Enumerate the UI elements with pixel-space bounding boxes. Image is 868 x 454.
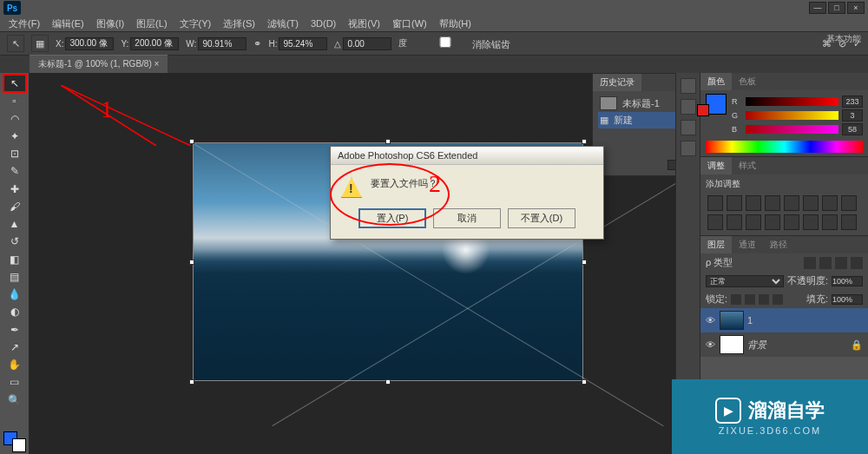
adj-colorbalance-icon[interactable]: [822, 195, 838, 211]
adj-exposure-icon[interactable]: [765, 195, 780, 211]
menu-layer[interactable]: 图层(L): [131, 16, 172, 32]
window-close[interactable]: ×: [847, 2, 865, 14]
adj-threshold-icon[interactable]: [803, 214, 819, 230]
dont-place-button[interactable]: 不置入(D): [508, 208, 575, 228]
adj-curves-icon[interactable]: [746, 195, 761, 211]
eyedropper-tool[interactable]: ✎: [4, 163, 25, 179]
menu-file[interactable]: 文件(F): [3, 16, 45, 32]
adj-lookup-icon[interactable]: [746, 214, 761, 230]
menu-filter[interactable]: 滤镜(T): [262, 16, 304, 32]
move-tool[interactable]: ↖: [4, 76, 25, 91]
angle-input[interactable]: [343, 37, 391, 50]
opacity-input[interactable]: [832, 276, 863, 286]
adj-gradient-icon[interactable]: [822, 214, 838, 230]
pen-tool[interactable]: ✒: [4, 322, 25, 338]
brush-tool[interactable]: 🖌: [4, 199, 25, 214]
menu-edit[interactable]: 编辑(E): [47, 16, 89, 32]
dock-icon-3[interactable]: [681, 120, 696, 135]
layer-name[interactable]: 背景: [747, 339, 766, 352]
styles-tab[interactable]: 样式: [732, 157, 763, 174]
filter-pixel-icon[interactable]: [804, 257, 816, 269]
swatches-tab[interactable]: 色板: [732, 73, 763, 90]
visibility-icon[interactable]: 👁: [706, 315, 716, 326]
lock-all-icon[interactable]: [773, 294, 783, 305]
adj-brightness-icon[interactable]: [707, 195, 723, 211]
menu-select[interactable]: 选择(S): [218, 16, 260, 32]
channels-tab[interactable]: 通道: [732, 236, 763, 253]
reference-point-icon[interactable]: ▦: [31, 35, 49, 52]
blur-tool[interactable]: 💧: [4, 286, 25, 302]
stamp-tool[interactable]: ▲: [4, 216, 25, 232]
zoom-tool[interactable]: [4, 410, 25, 425]
filter-adj-icon[interactable]: [819, 257, 832, 269]
blend-mode-select[interactable]: 正常: [706, 275, 784, 287]
r-slider[interactable]: [746, 97, 838, 106]
adj-channel-icon[interactable]: [727, 214, 742, 230]
adj-poster-icon[interactable]: [784, 214, 799, 230]
menu-view[interactable]: 视图(V): [343, 16, 385, 32]
link-icon[interactable]: ⚭: [253, 38, 261, 49]
layer-background[interactable]: 👁 背景 🔒: [700, 332, 868, 357]
color-spectrum[interactable]: [706, 141, 863, 153]
filter-type-icon[interactable]: [835, 257, 847, 269]
tool-preset-icon[interactable]: ↖: [7, 35, 24, 52]
place-button[interactable]: 置入(P): [358, 208, 426, 228]
menu-type[interactable]: 文字(Y): [174, 16, 217, 32]
marquee-tool[interactable]: ▫: [4, 93, 25, 109]
crop-tool[interactable]: ⊡: [4, 146, 25, 161]
adj-bw-icon[interactable]: [841, 195, 857, 211]
window-maximize[interactable]: □: [828, 2, 845, 14]
adj-selective-icon[interactable]: [841, 214, 857, 230]
adjustments-tab[interactable]: 调整: [700, 157, 732, 174]
adj-hue-icon[interactable]: [803, 195, 819, 211]
color-tab[interactable]: 颜色: [700, 73, 732, 90]
background-swatch[interactable]: [697, 104, 709, 116]
dock-icon-1[interactable]: [681, 78, 696, 94]
paths-tab[interactable]: 路径: [763, 236, 794, 253]
history-brush-tool[interactable]: ↺: [4, 234, 25, 249]
x-input[interactable]: [65, 37, 114, 50]
lock-trans-icon[interactable]: [731, 294, 741, 305]
window-minimize[interactable]: —: [809, 2, 826, 14]
g-slider[interactable]: [746, 111, 838, 120]
b-slider[interactable]: [746, 125, 838, 134]
filter-shape-icon[interactable]: [851, 257, 863, 269]
gradient-tool[interactable]: ▤: [4, 269, 25, 285]
document-tab[interactable]: 未标题-1 @ 100% (1, RGB/8) ×: [30, 55, 168, 73]
layer-thumb[interactable]: [720, 335, 744, 354]
menu-3d[interactable]: 3D(D): [306, 16, 341, 30]
history-snapshot-icon[interactable]: [667, 160, 675, 170]
menu-window[interactable]: 窗口(W): [387, 16, 432, 32]
history-doc[interactable]: 未标题-1: [598, 95, 675, 112]
path-tool[interactable]: ✋: [4, 357, 25, 372]
type-tool[interactable]: ↗: [4, 339, 25, 355]
menu-help[interactable]: 帮助(H): [434, 16, 477, 32]
history-panel[interactable]: 历史记录 未标题-1 ▦新建: [592, 73, 675, 176]
healing-tool[interactable]: ✚: [4, 181, 25, 197]
menu-image[interactable]: 图像(I): [91, 16, 129, 32]
magic-wand-tool[interactable]: ✦: [4, 128, 25, 144]
layers-tab[interactable]: 图层: [700, 236, 732, 253]
eraser-tool[interactable]: ◧: [4, 252, 25, 267]
y-input[interactable]: [130, 37, 179, 50]
g-value[interactable]: 3: [842, 109, 863, 122]
canvas-area[interactable]: 1 Adobe Photoshop CS6 Extended 要置入文件吗？ 置…: [30, 73, 675, 454]
layer-name[interactable]: 1: [747, 315, 753, 326]
antialias-checkbox[interactable]: [421, 36, 470, 48]
dodge-tool[interactable]: ◐: [4, 304, 25, 319]
layer-thumb[interactable]: [720, 311, 744, 330]
lock-pixel-icon[interactable]: [745, 294, 755, 305]
workspace-switcher[interactable]: 基本功能: [826, 33, 861, 45]
history-step-new[interactable]: ▦新建: [598, 112, 675, 128]
r-value[interactable]: 233: [842, 95, 863, 108]
h-input[interactable]: [279, 37, 327, 50]
fill-input[interactable]: [832, 294, 863, 305]
history-tab[interactable]: 历史记录: [593, 74, 641, 91]
lock-pos-icon[interactable]: [759, 294, 769, 305]
layer-1[interactable]: 👁 1: [700, 308, 868, 332]
color-swatches[interactable]: [3, 431, 26, 452]
visibility-icon[interactable]: 👁: [706, 339, 716, 350]
dock-icon-4[interactable]: [681, 141, 696, 156]
b-value[interactable]: 58: [842, 123, 863, 135]
lasso-tool[interactable]: ◠: [4, 111, 25, 127]
